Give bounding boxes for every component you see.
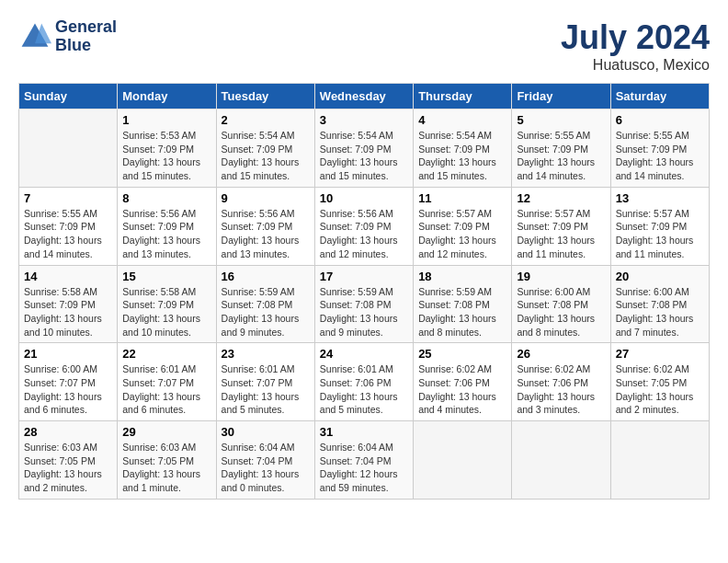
calendar-cell	[19, 109, 118, 188]
day-number: 5	[517, 113, 605, 127]
day-info: Sunrise: 5:55 AM Sunset: 7:09 PM Dayligh…	[24, 207, 112, 261]
logo-icon	[18, 20, 51, 53]
day-number: 27	[616, 347, 704, 361]
calendar-cell: 5Sunrise: 5:55 AM Sunset: 7:09 PM Daylig…	[512, 109, 610, 188]
calendar-cell: 16Sunrise: 5:59 AM Sunset: 7:08 PM Dayli…	[216, 265, 314, 343]
day-info: Sunrise: 5:58 AM Sunset: 7:09 PM Dayligh…	[24, 285, 112, 339]
day-number: 18	[418, 270, 506, 283]
calendar-cell: 20Sunrise: 6:00 AM Sunset: 7:08 PM Dayli…	[610, 265, 709, 343]
day-number: 10	[320, 191, 408, 205]
day-info: Sunrise: 6:01 AM Sunset: 7:07 PM Dayligh…	[122, 362, 210, 417]
calendar-week-row: 14Sunrise: 5:58 AM Sunset: 7:09 PM Dayli…	[19, 265, 710, 343]
logo: General Blue	[18, 18, 117, 55]
calendar-cell: 28Sunrise: 6:03 AM Sunset: 7:05 PM Dayli…	[19, 421, 118, 500]
calendar-cell: 2Sunrise: 5:54 AM Sunset: 7:09 PM Daylig…	[216, 109, 314, 188]
day-info: Sunrise: 6:02 AM Sunset: 7:06 PM Dayligh…	[517, 362, 605, 417]
calendar-cell: 18Sunrise: 5:59 AM Sunset: 7:08 PM Dayli…	[414, 265, 512, 343]
calendar-cell: 17Sunrise: 5:59 AM Sunset: 7:08 PM Dayli…	[314, 265, 413, 343]
day-number: 20	[616, 270, 704, 283]
calendar-cell: 3Sunrise: 5:54 AM Sunset: 7:09 PM Daylig…	[314, 109, 413, 188]
day-number: 3	[320, 113, 408, 127]
calendar-cell: 19Sunrise: 6:00 AM Sunset: 7:08 PM Dayli…	[512, 265, 610, 343]
day-number: 19	[517, 270, 605, 283]
calendar-cell: 27Sunrise: 6:02 AM Sunset: 7:05 PM Dayli…	[610, 343, 709, 421]
column-header-tuesday: Tuesday	[216, 84, 314, 109]
column-header-saturday: Saturday	[610, 84, 709, 109]
day-number: 9	[222, 191, 310, 205]
calendar-week-row: 1Sunrise: 5:53 AM Sunset: 7:09 PM Daylig…	[19, 109, 710, 188]
day-number: 11	[418, 191, 506, 205]
calendar-table: SundayMondayTuesdayWednesdayThursdayFrid…	[18, 83, 710, 500]
day-info: Sunrise: 5:54 AM Sunset: 7:09 PM Dayligh…	[320, 129, 408, 183]
day-info: Sunrise: 5:54 AM Sunset: 7:09 PM Dayligh…	[222, 129, 310, 183]
column-header-sunday: Sunday	[19, 84, 118, 109]
day-number: 13	[616, 191, 704, 205]
calendar-cell: 8Sunrise: 5:56 AM Sunset: 7:09 PM Daylig…	[118, 187, 216, 265]
day-number: 2	[222, 113, 310, 127]
calendar-cell: 14Sunrise: 5:58 AM Sunset: 7:09 PM Dayli…	[19, 265, 118, 343]
calendar-cell: 25Sunrise: 6:02 AM Sunset: 7:06 PM Dayli…	[414, 343, 512, 421]
day-info: Sunrise: 6:04 AM Sunset: 7:04 PM Dayligh…	[320, 441, 408, 495]
day-info: Sunrise: 5:57 AM Sunset: 7:09 PM Dayligh…	[517, 207, 605, 261]
day-info: Sunrise: 5:58 AM Sunset: 7:09 PM Dayligh…	[122, 285, 210, 339]
day-info: Sunrise: 6:00 AM Sunset: 7:08 PM Dayligh…	[616, 285, 704, 339]
calendar-cell: 1Sunrise: 5:53 AM Sunset: 7:09 PM Daylig…	[118, 109, 216, 188]
day-number: 26	[517, 347, 605, 361]
day-number: 16	[222, 270, 310, 283]
day-number: 15	[122, 270, 210, 283]
day-number: 8	[122, 191, 210, 205]
day-info: Sunrise: 6:01 AM Sunset: 7:07 PM Dayligh…	[222, 362, 310, 417]
column-header-thursday: Thursday	[414, 84, 512, 109]
day-info: Sunrise: 5:59 AM Sunset: 7:08 PM Dayligh…	[320, 285, 408, 339]
day-number: 1	[122, 113, 210, 127]
day-info: Sunrise: 6:00 AM Sunset: 7:08 PM Dayligh…	[517, 285, 605, 339]
day-info: Sunrise: 6:00 AM Sunset: 7:07 PM Dayligh…	[24, 362, 112, 417]
day-number: 23	[222, 347, 310, 361]
title-block: July 2024 Huatusco, Mexico	[561, 18, 710, 74]
calendar-header-row: SundayMondayTuesdayWednesdayThursdayFrid…	[19, 84, 710, 109]
day-number: 4	[418, 113, 506, 127]
calendar-cell: 13Sunrise: 5:57 AM Sunset: 7:09 PM Dayli…	[610, 187, 709, 265]
calendar-cell	[414, 421, 512, 500]
calendar-cell: 4Sunrise: 5:54 AM Sunset: 7:09 PM Daylig…	[414, 109, 512, 188]
calendar-cell: 24Sunrise: 6:01 AM Sunset: 7:06 PM Dayli…	[314, 343, 413, 421]
calendar-cell: 7Sunrise: 5:55 AM Sunset: 7:09 PM Daylig…	[19, 187, 118, 265]
calendar-cell: 26Sunrise: 6:02 AM Sunset: 7:06 PM Dayli…	[512, 343, 610, 421]
logo-text: General Blue	[55, 18, 117, 55]
day-info: Sunrise: 6:03 AM Sunset: 7:05 PM Dayligh…	[122, 441, 210, 495]
day-number: 7	[24, 191, 112, 205]
day-info: Sunrise: 5:55 AM Sunset: 7:09 PM Dayligh…	[517, 129, 605, 183]
calendar-cell: 15Sunrise: 5:58 AM Sunset: 7:09 PM Dayli…	[118, 265, 216, 343]
day-number: 17	[320, 270, 408, 283]
page-header: General Blue July 2024 Huatusco, Mexico	[18, 18, 710, 74]
day-info: Sunrise: 5:56 AM Sunset: 7:09 PM Dayligh…	[122, 207, 210, 261]
calendar-cell: 6Sunrise: 5:55 AM Sunset: 7:09 PM Daylig…	[610, 109, 709, 188]
day-info: Sunrise: 5:53 AM Sunset: 7:09 PM Dayligh…	[122, 129, 210, 183]
day-info: Sunrise: 6:04 AM Sunset: 7:04 PM Dayligh…	[222, 441, 310, 495]
day-number: 24	[320, 347, 408, 361]
day-number: 22	[122, 347, 210, 361]
day-number: 25	[418, 347, 506, 361]
calendar-cell: 30Sunrise: 6:04 AM Sunset: 7:04 PM Dayli…	[216, 421, 314, 500]
day-number: 29	[122, 425, 210, 439]
day-info: Sunrise: 5:57 AM Sunset: 7:09 PM Dayligh…	[418, 207, 506, 261]
day-info: Sunrise: 5:59 AM Sunset: 7:08 PM Dayligh…	[418, 285, 506, 339]
calendar-week-row: 7Sunrise: 5:55 AM Sunset: 7:09 PM Daylig…	[19, 187, 710, 265]
day-info: Sunrise: 5:55 AM Sunset: 7:09 PM Dayligh…	[616, 129, 704, 183]
location-title: Huatusco, Mexico	[561, 57, 710, 74]
day-info: Sunrise: 5:54 AM Sunset: 7:09 PM Dayligh…	[418, 129, 506, 183]
day-info: Sunrise: 5:59 AM Sunset: 7:08 PM Dayligh…	[222, 285, 310, 339]
calendar-cell: 9Sunrise: 5:56 AM Sunset: 7:09 PM Daylig…	[216, 187, 314, 265]
day-number: 31	[320, 425, 408, 439]
day-info: Sunrise: 6:02 AM Sunset: 7:06 PM Dayligh…	[418, 362, 506, 417]
calendar-cell: 31Sunrise: 6:04 AM Sunset: 7:04 PM Dayli…	[314, 421, 413, 500]
day-number: 6	[616, 113, 704, 127]
calendar-cell: 29Sunrise: 6:03 AM Sunset: 7:05 PM Dayli…	[118, 421, 216, 500]
calendar-cell: 22Sunrise: 6:01 AM Sunset: 7:07 PM Dayli…	[118, 343, 216, 421]
calendar-cell	[512, 421, 610, 500]
month-title: July 2024	[561, 18, 710, 57]
day-info: Sunrise: 6:02 AM Sunset: 7:05 PM Dayligh…	[616, 362, 704, 417]
day-number: 12	[517, 191, 605, 205]
day-number: 28	[24, 425, 112, 439]
column-header-friday: Friday	[512, 84, 610, 109]
